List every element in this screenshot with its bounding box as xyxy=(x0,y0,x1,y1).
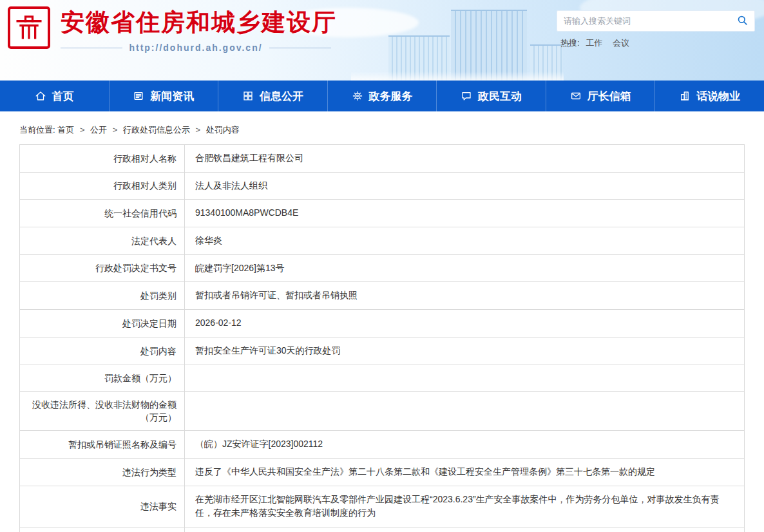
breadcrumb-item-home[interactable]: 首页 xyxy=(57,125,74,135)
table-row: 没收违法所得、没收非法财物的金额（万元） xyxy=(20,392,744,432)
row-label: 暂扣或吊销证照名称及编号 xyxy=(20,431,185,458)
search-box xyxy=(557,10,755,32)
row-label: 罚款金额（万元） xyxy=(20,365,185,391)
row-label: 处罚类别 xyxy=(20,282,185,309)
site-header: 安徽省住房和城乡建设厅 http://dohurd.ah.gov.cn/ xyxy=(0,0,764,81)
nav-label: 新闻资讯 xyxy=(150,89,194,104)
table-row: 违法行为类型违反了《中华人民共和国安全生产法》第二十八条第二款和《建设工程安全生… xyxy=(20,459,744,486)
nav-item-property-talk[interactable]: 话说物业 xyxy=(654,81,764,111)
nav-label: 信息公开 xyxy=(260,89,303,104)
row-value xyxy=(185,365,744,391)
table-row: 行政相对人名称合肥钦昌建筑工程有限公司 xyxy=(20,145,744,173)
row-label: 违法行为类型 xyxy=(20,459,185,486)
row-label: 处罚依据 xyxy=(20,527,185,532)
breadcrumb: 当前位置: 首页 > 公开 > 行政处罚信息公示 > 处罚内容 xyxy=(19,124,764,136)
home-icon xyxy=(35,90,46,102)
row-value: 《生产安全事故报告和调查处理条例》第四十条第一款 xyxy=(185,527,744,532)
row-value: 在芜湖市经开区江北智能网联汽车及零部件产业园建设工程“2023.6.23”生产安… xyxy=(185,486,744,527)
nav-item-home[interactable]: 首页 xyxy=(0,81,109,111)
nav-label: 首页 xyxy=(52,89,74,104)
site-logo xyxy=(8,6,50,49)
search-button[interactable] xyxy=(730,11,754,31)
nav-item-interaction[interactable]: 政民互动 xyxy=(436,81,546,111)
main-nav: 首页 新闻资讯 信息公开 xyxy=(0,81,764,111)
envelope-icon xyxy=(570,90,582,102)
row-label: 行政相对人类别 xyxy=(20,173,185,200)
breadcrumb-item-penalty-list[interactable]: 行政处罚信息公示 xyxy=(123,125,190,135)
hot-search-link-work[interactable]: 工作 xyxy=(586,38,602,48)
gate-emblem-icon xyxy=(15,12,43,43)
breadcrumb-item-public[interactable]: 公开 xyxy=(90,125,107,135)
site-url-row: http://dohurd.ah.gov.cn/ xyxy=(61,43,331,53)
table-row: 罚款金额（万元） xyxy=(20,365,744,392)
row-label: 违法事实 xyxy=(20,486,185,527)
row-value: 暂扣或者吊销许可证、暂扣或者吊销执照 xyxy=(185,282,744,309)
row-value: 91340100MA8PWCDB4E xyxy=(185,200,744,227)
nav-label: 政务服务 xyxy=(369,89,413,104)
table-row: 处罚类别暂扣或者吊销许可证、暂扣或者吊销执照 xyxy=(20,282,744,310)
breadcrumb-separator: > xyxy=(193,125,204,135)
row-label: 处罚决定日期 xyxy=(20,310,185,337)
row-label: 法定代表人 xyxy=(20,227,185,254)
row-label: 统一社会信用代码 xyxy=(20,200,185,227)
breadcrumb-label: 当前位置: xyxy=(19,125,55,135)
breadcrumb-separator: > xyxy=(110,125,121,135)
row-value: 合肥钦昌建筑工程有限公司 xyxy=(185,145,744,172)
row-label: 行政处罚决定书文号 xyxy=(20,255,185,282)
hot-search-label-text: 热搜: xyxy=(560,38,580,48)
url-divider-right xyxy=(269,48,331,48)
breadcrumb-separator: > xyxy=(77,125,88,135)
nav-item-info-disclosure[interactable]: 信息公开 xyxy=(218,81,327,111)
search-input[interactable] xyxy=(557,16,730,26)
search-area: 热搜: 工作 会议 xyxy=(557,10,755,49)
info-grid-icon xyxy=(242,90,254,102)
brand-block: 安徽省住房和城乡建设厅 http://dohurd.ah.gov.cn/ xyxy=(61,6,363,53)
nav-item-news[interactable]: 新闻资讯 xyxy=(109,81,218,111)
page: 安徽省住房和城乡建设厅 http://dohurd.ah.gov.cn/ xyxy=(0,0,764,532)
site-title: 安徽省住房和城乡建设厅 xyxy=(61,6,363,39)
row-value: 皖建罚字[2026]第13号 xyxy=(185,255,744,282)
row-value: 徐华炎 xyxy=(185,227,744,254)
table-row: 暂扣或吊销证照名称及编号（皖）JZ安许证字[2023]002112 xyxy=(20,431,744,459)
row-value: 暂扣安全生产许可证30天的行政处罚 xyxy=(185,337,744,365)
row-value: 2026-02-12 xyxy=(185,310,744,337)
building-illustration xyxy=(351,9,564,81)
url-divider-left xyxy=(61,48,122,48)
table-row: 处罚依据《生产安全事故报告和调查处理条例》第四十条第一款 xyxy=(20,527,744,532)
row-value: 法人及非法人组织 xyxy=(185,173,744,200)
table-row: 违法事实在芜湖市经开区江北智能网联汽车及零部件产业园建设工程“2023.6.23… xyxy=(20,486,744,527)
nav-label: 政民互动 xyxy=(478,89,522,104)
row-label: 没收违法所得、没收非法财物的金额（万元） xyxy=(20,392,185,431)
hot-search: 热搜: 工作 会议 xyxy=(557,37,755,49)
table-row: 法定代表人徐华炎 xyxy=(20,227,744,255)
breadcrumb-item-current: 处罚内容 xyxy=(206,125,240,135)
row-value: 违反了《中华人民共和国安全生产法》第二十八条第二款和《建设工程安全生产管理条例》… xyxy=(185,459,744,486)
table-row: 行政处罚决定书文号皖建罚字[2026]第13号 xyxy=(20,255,744,283)
row-value: （皖）JZ安许证字[2023]002112 xyxy=(185,431,744,458)
nav-item-director-mailbox[interactable]: 厅长信箱 xyxy=(546,81,655,111)
nav-item-gov-services[interactable]: 政务服务 xyxy=(327,81,437,111)
row-label: 处罚内容 xyxy=(20,337,185,365)
table-row: 统一社会信用代码91340100MA8PWCDB4E xyxy=(20,200,744,227)
table-row: 处罚内容暂扣安全生产许可证30天的行政处罚 xyxy=(20,337,744,365)
site-url: http://dohurd.ah.gov.cn/ xyxy=(122,43,269,53)
nav-label: 厅长信箱 xyxy=(587,89,631,104)
nav-label: 话说物业 xyxy=(696,89,740,104)
news-icon xyxy=(133,90,144,102)
table-row: 行政相对人类别法人及非法人组织 xyxy=(20,173,744,200)
row-label: 行政相对人名称 xyxy=(20,145,185,172)
chat-bubble-icon xyxy=(461,90,472,102)
row-value xyxy=(185,392,744,431)
building-icon xyxy=(679,90,691,102)
hot-search-link-meeting[interactable]: 会议 xyxy=(613,38,629,48)
service-gear-icon xyxy=(352,90,363,102)
table-row: 处罚决定日期2026-02-12 xyxy=(20,310,744,337)
search-icon xyxy=(736,14,749,28)
penalty-table: 行政相对人名称合肥钦昌建筑工程有限公司行政相对人类别法人及非法人组织统一社会信用… xyxy=(19,144,745,532)
